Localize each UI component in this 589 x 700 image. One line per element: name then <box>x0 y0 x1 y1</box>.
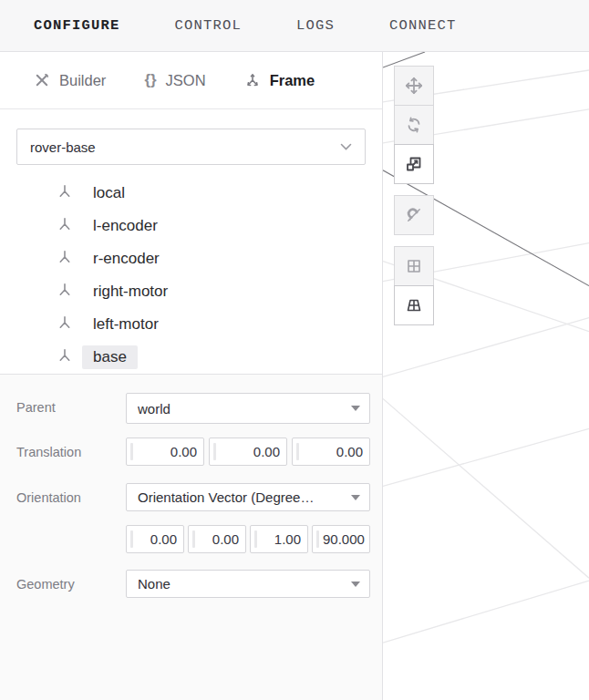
app-root: CONFIGURE CONTROL LOGS CONNECT Builder <box>0 0 589 700</box>
tree-item-label: left-motor <box>82 313 170 336</box>
translation-label: Translation <box>0 438 126 466</box>
grid-top-view-button[interactable] <box>394 246 434 286</box>
orientation-label: Orientation <box>0 483 126 511</box>
nav-tab-configure[interactable]: CONFIGURE <box>34 17 120 34</box>
frame-axis-icon <box>57 249 73 270</box>
geometry-label: Geometry <box>0 570 126 598</box>
rotate-icon <box>405 116 423 134</box>
rotate-tool-button[interactable] <box>394 105 434 145</box>
tab-builder-label: Builder <box>59 72 106 89</box>
caret-down-icon <box>351 582 360 587</box>
frame-config-panel: Builder {} JSON Frame <box>0 52 383 700</box>
orientation-type-select[interactable]: Orientation Vector (Degree… <box>126 483 370 511</box>
orientation-y-field <box>188 525 246 553</box>
translation-z-field <box>292 438 370 466</box>
tab-json-label: JSON <box>166 72 206 89</box>
caret-down-icon <box>351 495 360 500</box>
tree-item-label: local <box>82 181 136 205</box>
orientation-type-value: Orientation Vector (Degree… <box>138 489 344 505</box>
translation-x-input[interactable] <box>127 438 203 465</box>
orientation-z-input[interactable] <box>251 526 307 552</box>
tree-item-local[interactable]: local <box>16 177 366 210</box>
tab-builder[interactable]: Builder <box>34 72 106 89</box>
snap-toggle-button[interactable] <box>394 195 434 235</box>
caret-down-icon <box>351 406 360 411</box>
orientation-y-input[interactable] <box>189 526 245 552</box>
tree-item-left-motor[interactable]: left-motor <box>16 308 366 341</box>
scale-icon <box>405 155 423 173</box>
top-nav: CONFIGURE CONTROL LOGS CONNECT <box>0 0 589 52</box>
subtab-bar: Builder {} JSON Frame <box>0 52 382 109</box>
tree-item-label: r-encoder <box>82 247 170 271</box>
component-select-value: rover-base <box>30 139 340 155</box>
tree-item-label: l-encoder <box>82 214 169 238</box>
orientation-z-field <box>250 525 308 553</box>
builder-tools-icon <box>34 72 50 88</box>
tree-item-r-encoder[interactable]: r-encoder <box>16 242 366 275</box>
orientation-theta-field <box>312 525 370 553</box>
component-select[interactable]: rover-base <box>16 129 366 165</box>
chevron-down-icon <box>340 143 352 150</box>
orientation-theta-input[interactable] <box>313 526 369 552</box>
grid-perspective-icon <box>405 296 423 314</box>
parent-select-value: world <box>138 401 344 417</box>
snap-disabled-icon <box>405 206 423 224</box>
translation-y-field <box>209 438 287 466</box>
orientation-x-input[interactable] <box>127 526 183 552</box>
frame-axis-icon <box>57 216 73 237</box>
frame-axis-icon <box>57 314 73 335</box>
translation-z-input[interactable] <box>293 438 369 465</box>
component-section: rover-base local l-encoder r-encoder <box>0 109 382 374</box>
viewport-toolbar <box>394 66 434 325</box>
translation-y-input[interactable] <box>210 438 286 465</box>
orientation-x-field <box>126 525 184 553</box>
geometry-select[interactable]: None <box>126 570 370 598</box>
nav-tab-logs[interactable]: LOGS <box>296 17 335 34</box>
grid-flat-icon <box>405 257 423 275</box>
nav-tab-connect[interactable]: CONNECT <box>389 17 457 34</box>
geometry-select-value: None <box>138 576 344 592</box>
tab-frame-label: Frame <box>270 72 315 89</box>
frame-axis-icon <box>244 72 261 88</box>
tree-item-label: base <box>82 345 138 369</box>
nav-tab-control[interactable]: CONTROL <box>175 17 243 34</box>
grid-perspective-view-button[interactable] <box>394 285 434 325</box>
frame-axis-icon <box>57 282 73 303</box>
move-tool-button[interactable] <box>394 66 434 106</box>
parent-select[interactable]: world <box>126 393 370 424</box>
scale-tool-button[interactable] <box>394 144 434 184</box>
move-icon <box>405 77 423 95</box>
frame-form: Parent world Translation <box>0 374 382 700</box>
tab-json[interactable]: {} JSON <box>144 71 205 89</box>
frame-axis-icon <box>57 183 73 204</box>
tree-item-l-encoder[interactable]: l-encoder <box>16 210 366 242</box>
translation-x-field <box>126 438 204 466</box>
json-braces-icon: {} <box>144 71 156 89</box>
frame-axis-icon <box>57 347 73 368</box>
parent-label: Parent <box>0 393 126 424</box>
tab-frame[interactable]: Frame <box>244 72 315 89</box>
viewport-3d[interactable] <box>383 52 589 700</box>
tree-item-base[interactable]: base <box>16 341 366 374</box>
frame-tree: local l-encoder r-encoder right-motor <box>16 177 366 374</box>
tree-item-right-motor[interactable]: right-motor <box>16 275 366 308</box>
tree-item-label: right-motor <box>82 280 179 304</box>
